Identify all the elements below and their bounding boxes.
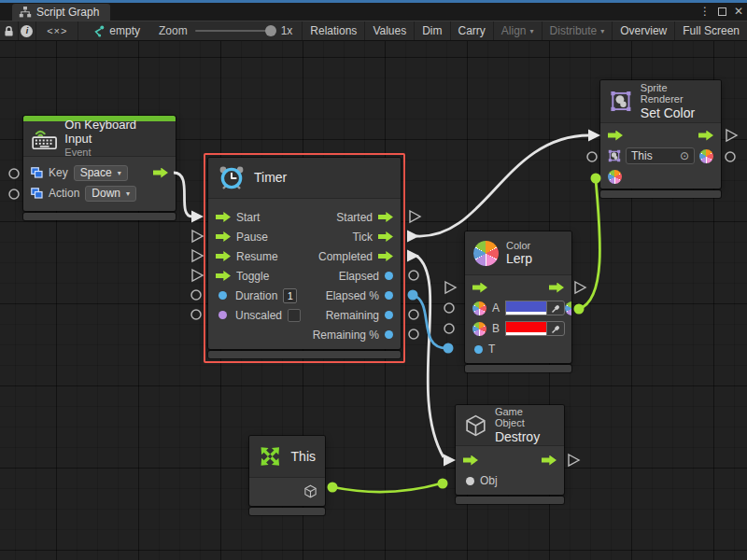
- exec-in-port-icon[interactable]: [608, 131, 623, 141]
- node-set-color[interactable]: Sprite Renderer Set Color: [600, 80, 721, 198]
- relations-button[interactable]: Relations: [303, 21, 365, 40]
- code-preview-button[interactable]: <×>: [36, 21, 78, 40]
- fullscreen-button[interactable]: Full Screen: [675, 21, 747, 40]
- port-setcolor-exec-in-connected[interactable]: [588, 130, 600, 142]
- dim-button[interactable]: Dim: [415, 21, 450, 40]
- exec-in-port-icon[interactable]: [463, 455, 478, 466]
- menu-icon[interactable]: ⋮: [699, 5, 711, 18]
- gameobject-out-port-icon[interactable]: [303, 484, 317, 498]
- port-keyboard-action-in[interactable]: [9, 189, 19, 199]
- unscaled-checkbox[interactable]: [288, 309, 301, 322]
- wire-completed-to-destroy[interactable]: [416, 256, 444, 457]
- port-lerp-exec-in[interactable]: [445, 282, 456, 293]
- port-label-a: A: [492, 301, 500, 315]
- port-lerp-b[interactable]: [444, 324, 454, 333]
- port-timer-tick-connected[interactable]: [407, 231, 419, 243]
- port-setcolor-this[interactable]: [587, 152, 597, 161]
- color-in-port-icon[interactable]: [608, 170, 622, 184]
- port-keyboard-key-in[interactable]: [9, 169, 19, 178]
- tab-script-graph[interactable]: Script Graph: [12, 4, 110, 21]
- wire-this-to-destroy-obj[interactable]: [333, 483, 441, 492]
- value-out-port-icon[interactable]: [385, 291, 393, 300]
- value-in-port-icon[interactable]: [218, 311, 227, 319]
- port-timer-remaining[interactable]: [409, 310, 418, 319]
- color-out-port-icon[interactable]: [699, 149, 713, 163]
- exec-out-port-icon[interactable]: [378, 251, 393, 261]
- key-dropdown[interactable]: Space▾: [74, 165, 128, 181]
- port-timer-started[interactable]: [410, 211, 420, 222]
- eyedropper-button[interactable]: [546, 301, 565, 315]
- exec-in-port-icon[interactable]: [216, 212, 231, 222]
- duration-input[interactable]: 1: [283, 288, 297, 303]
- color-a-field[interactable]: [505, 301, 565, 315]
- wire-elapsedpct-to-lerp-t[interactable]: [413, 295, 446, 348]
- port-destroy-exec-in-connected[interactable]: [444, 455, 456, 467]
- port-timer-start-connected[interactable]: [191, 211, 204, 223]
- graph-canvas[interactable]: On Keyboard Input Event Key Space▾: [0, 41, 747, 560]
- zoom-slider-handle[interactable]: [265, 25, 276, 36]
- color-in-port-icon[interactable]: [472, 322, 486, 336]
- this-object-field[interactable]: This ⊙: [626, 147, 695, 164]
- value-in-port-icon[interactable]: [218, 291, 227, 300]
- wire-keyboard-to-timer-start[interactable]: [174, 173, 192, 217]
- color-b-field[interactable]: [505, 321, 565, 336]
- port-timer-pause[interactable]: [192, 231, 203, 242]
- maximize-icon[interactable]: [718, 7, 726, 16]
- overview-button[interactable]: Overview: [613, 21, 675, 40]
- port-lerp-exec-out[interactable]: [575, 282, 585, 293]
- exec-out-port-icon[interactable]: [698, 131, 713, 141]
- zoom-slider[interactable]: [195, 30, 274, 32]
- exec-out-port-icon[interactable]: [542, 455, 557, 466]
- node-timer-selection[interactable]: Timer Start Started Pause: [204, 153, 405, 363]
- exec-in-port-icon[interactable]: [216, 271, 231, 281]
- window-value-icon: [31, 188, 43, 199]
- color-in-port-icon[interactable]: [472, 301, 486, 315]
- eyedropper-button[interactable]: [546, 321, 565, 336]
- close-icon[interactable]: ✕: [734, 5, 743, 18]
- exec-out-port-icon[interactable]: [378, 231, 393, 242]
- port-timer-unscaled[interactable]: [191, 310, 201, 319]
- wire-lerp-to-setcolor-color[interactable]: [579, 180, 599, 309]
- exec-out-port-icon[interactable]: [153, 168, 168, 178]
- object-picker-icon[interactable]: ⊙: [680, 149, 689, 162]
- value-in-port-icon[interactable]: [474, 345, 483, 354]
- port-timer-elapsed[interactable]: [409, 271, 418, 280]
- lock-button[interactable]: [0, 21, 19, 40]
- exec-in-port-icon[interactable]: [472, 283, 487, 293]
- port-timer-duration[interactable]: [191, 290, 201, 300]
- port-setcolor-color-out[interactable]: [726, 152, 735, 161]
- inspect-button[interactable]: i: [19, 21, 37, 40]
- value-in-port-icon[interactable]: [466, 477, 474, 485]
- value-out-port-icon[interactable]: [385, 272, 393, 280]
- wire-tick-to-setcolor[interactable]: [416, 135, 589, 236]
- node-this[interactable]: This: [249, 436, 325, 515]
- values-button[interactable]: Values: [365, 21, 415, 40]
- port-setcolor-exec-out[interactable]: [726, 130, 737, 141]
- carry-button[interactable]: Carry: [451, 21, 494, 40]
- port-timer-elapsedpct-connected[interactable]: [408, 290, 418, 301]
- port-destroy-exec-out[interactable]: [569, 455, 579, 466]
- exec-out-port-icon[interactable]: [549, 283, 564, 293]
- graph-breadcrumb[interactable]: empty: [78, 21, 149, 40]
- port-lerp-t-connected[interactable]: [444, 343, 454, 354]
- port-timer-remainingpct[interactable]: [409, 329, 418, 339]
- node-color-lerp[interactable]: Color Lerp A: [465, 231, 571, 372]
- node-subtitle: Event: [64, 147, 164, 159]
- port-lerp-color-out-connected[interactable]: [574, 304, 585, 315]
- exec-in-port-icon[interactable]: [216, 251, 231, 261]
- color-out-port-icon[interactable]: [565, 301, 571, 315]
- port-timer-resume[interactable]: [192, 250, 203, 261]
- port-timer-toggle[interactable]: [192, 270, 203, 281]
- exec-out-port-icon[interactable]: [378, 212, 393, 222]
- port-this-out-connected[interactable]: [328, 483, 338, 493]
- node-destroy[interactable]: Game Object Destroy Obj: [456, 405, 564, 504]
- port-timer-completed-connected[interactable]: [407, 250, 419, 262]
- port-destroy-obj-connected[interactable]: [438, 479, 448, 489]
- node-on-keyboard-input[interactable]: On Keyboard Input Event Key Space▾: [23, 116, 176, 220]
- action-dropdown[interactable]: Down▾: [85, 186, 136, 202]
- port-lerp-a[interactable]: [444, 303, 454, 313]
- exec-in-port-icon[interactable]: [216, 231, 231, 242]
- value-out-port-icon[interactable]: [385, 330, 393, 339]
- port-setcolor-color-connected[interactable]: [591, 174, 601, 184]
- value-out-port-icon[interactable]: [385, 311, 393, 319]
